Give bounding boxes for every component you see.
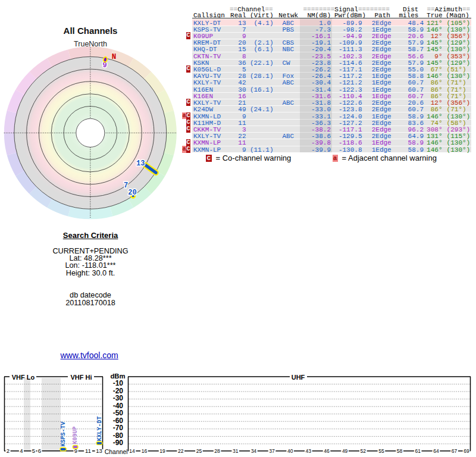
svg-text:7: 7 [124, 181, 128, 190]
svg-text:69: 69 [464, 448, 469, 454]
svg-text:6: 6 [38, 447, 41, 454]
svg-text:14: 14 [129, 448, 135, 454]
svg-text:VHF Hi: VHF Hi [70, 374, 92, 381]
svg-text:22: 22 [178, 448, 184, 454]
svg-text:46: 46 [324, 448, 330, 454]
svg-text:64: 64 [433, 448, 439, 454]
svg-text:VHF Lo: VHF Lo [12, 374, 35, 381]
svg-text:28: 28 [214, 448, 220, 454]
svg-text:58: 58 [397, 448, 403, 454]
svg-text:-90: -90 [113, 439, 124, 447]
svg-text:KXLY-DT: KXLY-DT [96, 416, 103, 441]
svg-text:49: 49 [342, 448, 348, 454]
svg-text:55: 55 [378, 448, 384, 454]
svg-text:52: 52 [361, 448, 367, 454]
svg-text:37: 37 [269, 448, 275, 454]
svg-text:KSPS-TV: KSPS-TV [60, 421, 67, 446]
svg-text:19: 19 [159, 448, 165, 454]
svg-text:31: 31 [233, 448, 239, 454]
svg-text:11: 11 [85, 447, 91, 454]
svg-text:43: 43 [306, 448, 312, 454]
svg-text:20: 20 [128, 189, 136, 197]
svg-text:16: 16 [142, 448, 148, 454]
svg-text:13: 13 [96, 447, 102, 454]
svg-text:K09UP: K09UP [72, 426, 79, 444]
svg-text:4: 4 [20, 447, 23, 454]
svg-text:2: 2 [7, 447, 10, 454]
svg-text:67: 67 [452, 448, 458, 454]
svg-text:34: 34 [251, 448, 257, 454]
svg-text:5: 5 [32, 447, 35, 454]
svg-text:40: 40 [287, 448, 293, 454]
svg-text:UHF: UHF [292, 374, 305, 381]
svg-text:25: 25 [196, 448, 202, 454]
svg-text:61: 61 [415, 448, 421, 454]
svg-text:Channel: Channel [105, 449, 128, 455]
